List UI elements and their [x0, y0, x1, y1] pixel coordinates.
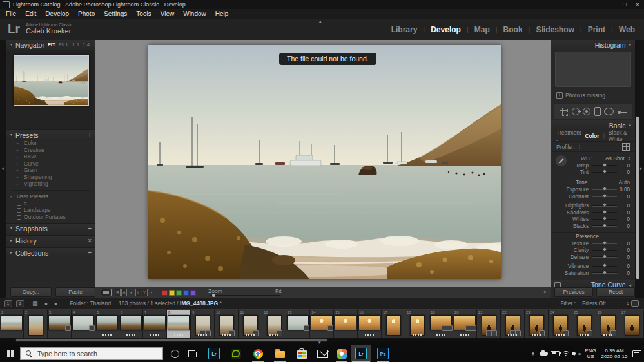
user-preset-a[interactable]: a	[6, 200, 95, 207]
slider-track-blacks[interactable]	[592, 225, 617, 227]
filmstrip-cell-10[interactable]: 10	[215, 309, 239, 338]
filmstrip-thumbnail[interactable]	[168, 315, 190, 330]
clear-history-icon[interactable]: ×	[88, 237, 92, 244]
photo-preview[interactable]	[148, 45, 501, 279]
zoom-mode-fit[interactable]: FIT	[48, 42, 55, 48]
filmstrip-cell-7[interactable]: 7	[143, 309, 167, 338]
histogram-display[interactable]	[555, 52, 631, 87]
filmstrip-cell-26[interactable]: 26	[596, 309, 620, 338]
zoom-slider[interactable]	[210, 295, 280, 296]
spot-removal-icon[interactable]	[572, 108, 580, 115]
filmstrip-cell-5[interactable]: 5	[95, 309, 119, 338]
slider-track-highlights[interactable]	[592, 205, 617, 207]
action-center-icon[interactable]	[631, 345, 643, 362]
chrome-button[interactable]	[249, 345, 267, 362]
slider-track-temp[interactable]	[592, 165, 617, 166]
profile-browser-icon[interactable]	[622, 143, 630, 151]
zoom-slider-knob[interactable]	[212, 294, 215, 297]
slider-thumb[interactable]	[603, 170, 607, 174]
profile-select-icon[interactable]: ▴▾	[579, 144, 580, 149]
slider-thumb[interactable]	[603, 241, 607, 245]
volume-muted-icon[interactable]: ×	[571, 345, 582, 362]
slider-track-whites[interactable]	[592, 219, 617, 220]
fit-label[interactable]: Fit	[275, 288, 281, 294]
clock[interactable]: 6:39 AM 2020-02-15	[599, 345, 630, 362]
wb-value[interactable]: As Shot	[605, 155, 625, 162]
navigator-header[interactable]: ▾ Navigator FITFILL1:11:4 ▴▾	[6, 40, 95, 50]
cortana-button[interactable]	[167, 345, 182, 362]
preset-group-vignetting[interactable]: ▸Vignetting	[6, 180, 95, 187]
filter-dropdown[interactable]: Filters Off ▴▾	[582, 300, 629, 307]
wifi-icon[interactable]	[560, 345, 571, 362]
slider-thumb[interactable]	[603, 271, 607, 274]
zoom-mode-1-1[interactable]: 1:1	[72, 42, 79, 48]
filmstrip-cell-22[interactable]: 22	[501, 309, 525, 338]
slider-track-saturation[interactable]	[592, 272, 617, 274]
filmstrip-cell-4[interactable]: 4	[72, 309, 95, 338]
menu-item-edit[interactable]: Edit	[21, 9, 41, 19]
module-web[interactable]: Web	[619, 25, 635, 34]
second-window-button[interactable]: 2	[16, 300, 24, 307]
filmstrip-cell-6[interactable]: 6	[119, 309, 143, 338]
menu-item-view[interactable]: View	[156, 9, 179, 19]
paste-button[interactable]: Paste	[55, 287, 95, 297]
radial-filter-icon[interactable]	[604, 108, 614, 115]
menu-item-tools[interactable]: Tools	[132, 9, 155, 19]
loupe-view-icon[interactable]	[101, 289, 112, 296]
red-eye-icon[interactable]	[583, 108, 590, 115]
navigator-thumbnail[interactable]	[14, 55, 89, 106]
zoom-mode-1-4[interactable]: 1:4	[83, 42, 90, 48]
filmstrip-cell-16[interactable]: 16	[358, 309, 382, 338]
color-label-swatch[interactable]	[162, 290, 168, 296]
slider-track-shadows[interactable]	[592, 212, 617, 213]
collapse-left-panel-icon[interactable]: ◂	[1, 166, 4, 171]
store-button[interactable]	[293, 345, 311, 362]
main-window-button[interactable]: 1	[4, 300, 12, 307]
crop-tool-icon[interactable]	[560, 108, 568, 116]
preset-group-curve[interactable]: ▸Curve	[6, 160, 95, 167]
module-map[interactable]: Map	[474, 25, 490, 34]
folder-breadcrumb[interactable]: Folder : Thailand	[70, 300, 111, 307]
toolbar-options-icon[interactable]: ▾	[543, 290, 546, 295]
slider-thumb[interactable]	[603, 163, 607, 167]
filmstrip-thumbnail[interactable]	[28, 315, 43, 336]
preset-group-grain[interactable]: ▸Grain	[6, 167, 95, 174]
filmstrip-cell-17[interactable]: 17	[382, 309, 405, 338]
presets-header[interactable]: ▾ Presets +	[6, 129, 95, 140]
slider-track-contrast[interactable]	[592, 196, 617, 197]
filmstrip-cell-12[interactable]: 12	[262, 309, 286, 338]
add-preset-icon[interactable]: +	[88, 131, 92, 138]
user-preset-outdoor-portates[interactable]: Outdoor Portates	[6, 214, 95, 221]
slider-thumb[interactable]	[603, 247, 607, 251]
user-preset-landscape[interactable]: Landscape	[6, 207, 95, 214]
menu-item-photo[interactable]: Photo	[73, 9, 99, 19]
filmstrip-thumbnail[interactable]	[410, 315, 425, 336]
tone-curve-header[interactable]: Tone Curve ◂	[551, 280, 635, 287]
add-collection-icon[interactable]: +	[88, 249, 92, 256]
treatment-color-option[interactable]: Color	[585, 133, 599, 139]
filmstrip-thumbnail[interactable]	[386, 315, 401, 336]
battery-icon[interactable]	[549, 345, 561, 362]
task-view-button[interactable]	[184, 345, 200, 362]
color-label-swatch[interactable]	[183, 290, 189, 296]
preset-group-sharpening[interactable]: ▸Sharpening	[6, 174, 95, 181]
tray-expand-icon[interactable]: ∧	[528, 345, 538, 362]
module-book[interactable]: Book	[503, 25, 523, 34]
add-snapshot-icon[interactable]: +	[88, 225, 92, 232]
filmstrip-thumbnail[interactable]	[144, 315, 166, 330]
right-panel-scrollbar[interactable]	[635, 40, 639, 298]
module-print[interactable]: Print	[588, 25, 605, 34]
onedrive-icon[interactable]	[538, 345, 549, 362]
filmstrip-cell-1[interactable]: 1	[0, 309, 24, 338]
menu-item-develop[interactable]: Develop	[41, 9, 73, 19]
adjustment-brush-icon[interactable]	[618, 109, 627, 114]
close-button[interactable]: ×	[631, 0, 644, 9]
preset-group-bw[interactable]: ▸B&W	[6, 153, 95, 160]
filmstrip-thumbnail[interactable]	[120, 315, 142, 330]
start-button[interactable]	[3, 345, 18, 362]
filmstrip-cell-27[interactable]: 27	[620, 309, 644, 338]
filmstrip-cell-13[interactable]: 13	[286, 309, 310, 338]
filmstrip-thumbnail[interactable]	[96, 315, 118, 330]
slider-thumb[interactable]	[603, 217, 607, 221]
language-indicator[interactable]: ENG US	[583, 345, 598, 362]
